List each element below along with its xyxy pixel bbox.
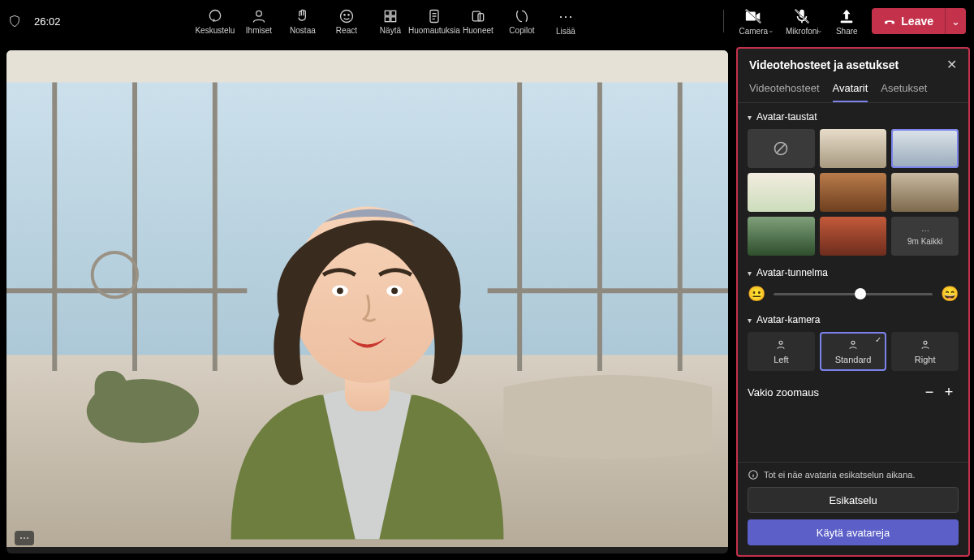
svg-rect-21 xyxy=(6,50,728,83)
svg-point-4 xyxy=(348,14,349,15)
svg-point-38 xyxy=(391,287,398,294)
person-icon xyxy=(847,338,860,351)
bg-more[interactable]: ⋯9m Kaikki xyxy=(891,217,959,256)
shield-icon xyxy=(8,15,21,28)
svg-point-42 xyxy=(851,341,855,344)
svg-rect-6 xyxy=(391,11,396,15)
toolbar-separator xyxy=(723,10,724,32)
svg-rect-18 xyxy=(841,20,853,23)
preview-button[interactable]: Esikatselu xyxy=(748,487,959,513)
tab-settings[interactable]: Asetukset xyxy=(881,82,927,102)
bg-none[interactable] xyxy=(748,129,815,168)
tab-avatars[interactable]: Avatarit xyxy=(833,82,868,102)
share-icon xyxy=(838,7,855,25)
svg-rect-5 xyxy=(385,11,390,15)
bg-option[interactable] xyxy=(748,217,815,256)
hangup-icon xyxy=(883,15,896,28)
chevron-down-icon[interactable]: ⌄ xyxy=(817,26,823,34)
rooms-icon xyxy=(470,8,486,24)
bg-option[interactable] xyxy=(820,173,887,212)
svg-point-1 xyxy=(256,11,262,16)
camera-right[interactable]: Right xyxy=(891,332,959,371)
zoom-label: Vakio zoomaus xyxy=(748,386,819,398)
camera-standard[interactable]: ✓ Standard xyxy=(820,332,887,371)
view-button[interactable]: Näytä xyxy=(369,0,412,42)
bg-option[interactable] xyxy=(820,129,887,168)
chat-button[interactable]: Keskustelu xyxy=(194,0,236,42)
svg-point-0 xyxy=(209,10,220,20)
svg-rect-11 xyxy=(478,13,484,20)
notes-button[interactable]: Huomautuksia xyxy=(413,0,455,42)
svg-point-43 xyxy=(924,341,927,344)
bg-option[interactable] xyxy=(891,173,959,212)
svg-rect-10 xyxy=(472,11,480,21)
more-button[interactable]: ⋯ Lisää xyxy=(545,0,587,42)
chat-icon xyxy=(207,8,223,24)
effects-settings-panel: Videotehosteet ja asetukset ✕ Videotehos… xyxy=(736,47,970,557)
svg-point-36 xyxy=(337,287,343,294)
person-icon xyxy=(774,338,787,351)
info-icon xyxy=(748,469,759,480)
people-button[interactable]: Ihmiset xyxy=(238,0,280,42)
svg-point-3 xyxy=(344,14,345,15)
svg-rect-31 xyxy=(95,371,127,419)
share-button[interactable]: Share xyxy=(828,0,865,42)
video-stage: ⋯ xyxy=(6,50,728,554)
bg-option[interactable] xyxy=(820,217,887,256)
info-text: Tot ei näe avataria esikatselun aikana. xyxy=(748,469,959,480)
mic-toggle[interactable]: Mikrofoni ⌄ xyxy=(779,0,825,42)
copilot-button[interactable]: Copilot xyxy=(501,0,543,42)
hand-icon xyxy=(295,8,311,24)
notes-icon xyxy=(426,8,442,24)
more-icon: ⋯ xyxy=(558,7,573,25)
zoom-out-button[interactable]: − xyxy=(920,382,939,402)
mood-slider[interactable] xyxy=(774,293,933,295)
chevron-down-icon[interactable]: ⌄ xyxy=(768,26,774,34)
stage-more-button[interactable]: ⋯ xyxy=(15,531,34,545)
svg-line-40 xyxy=(776,144,786,153)
close-icon[interactable]: ✕ xyxy=(946,57,957,72)
people-icon xyxy=(251,8,267,24)
grid-icon xyxy=(382,8,399,24)
neutral-face-icon: 😐 xyxy=(748,285,765,303)
bg-option[interactable] xyxy=(748,173,815,212)
svg-rect-8 xyxy=(391,16,396,21)
rooms-button[interactable]: Huoneet xyxy=(457,0,499,42)
mic-off-icon xyxy=(793,7,811,25)
emoji-icon xyxy=(338,8,355,24)
apply-avatars-button[interactable]: Käytä avatareja xyxy=(748,519,959,545)
section-mood[interactable]: Avatar-tunnelma xyxy=(748,267,959,278)
person-icon xyxy=(919,338,932,351)
chevron-down-icon: ⌄ xyxy=(951,15,960,28)
happy-face-icon: 😄 xyxy=(941,285,959,303)
prohibit-icon xyxy=(773,140,789,157)
section-camera[interactable]: Avatar-kamera xyxy=(748,314,959,325)
check-icon: ✓ xyxy=(875,335,881,344)
copilot-icon xyxy=(514,8,530,24)
camera-toggle[interactable]: Camera ⌄ xyxy=(730,0,776,42)
svg-rect-7 xyxy=(385,16,390,21)
leave-dropdown[interactable]: ⌄ xyxy=(945,8,966,34)
camera-off-icon xyxy=(744,7,762,25)
zoom-in-button[interactable]: + xyxy=(939,382,959,402)
section-backgrounds[interactable]: Avatar-taustat xyxy=(748,111,959,123)
call-timer: 26:02 xyxy=(34,15,61,28)
svg-point-2 xyxy=(340,10,352,22)
leave-button[interactable]: Leave xyxy=(872,8,945,34)
tab-video-effects[interactable]: Videotehosteet xyxy=(749,82,820,102)
react-button[interactable]: React xyxy=(325,0,368,42)
svg-point-41 xyxy=(779,341,782,344)
camera-left[interactable]: Left xyxy=(748,332,815,371)
panel-title: Videotehosteet ja asetukset xyxy=(749,58,946,71)
bg-option-selected[interactable] xyxy=(891,129,959,168)
raise-hand-button[interactable]: Nostaa xyxy=(282,0,324,42)
more-icon: ⋯ xyxy=(921,226,929,235)
